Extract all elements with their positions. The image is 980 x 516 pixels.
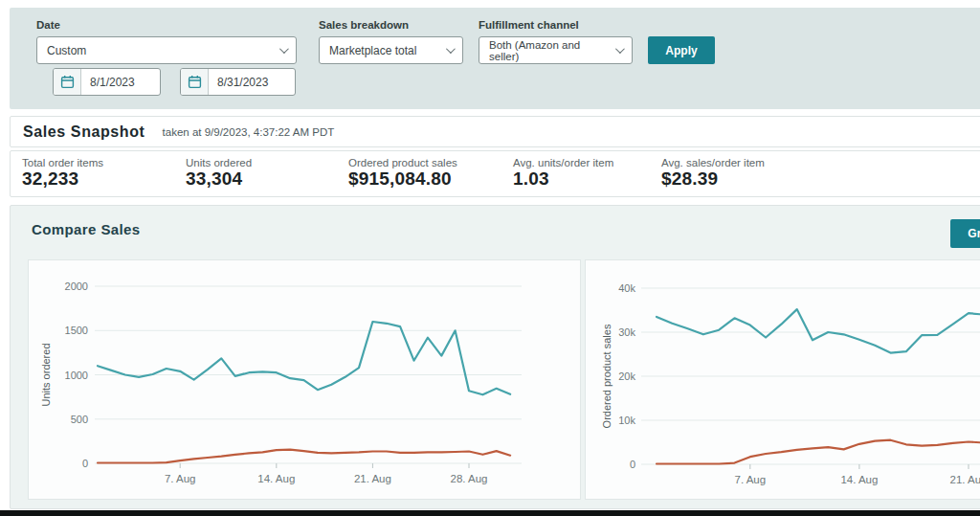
fulfillment-channel-label: Fulfillment channel [479, 19, 579, 31]
end-date-field[interactable] [180, 68, 296, 96]
chevron-down-icon [446, 44, 456, 54]
graph-button[interactable]: Graph [950, 219, 980, 248]
stat-label: Units ordered [186, 157, 252, 168]
stat-value: 1.03 [513, 168, 613, 190]
stat-label: Avg. units/order item [513, 157, 613, 168]
stat-label: Total order items [22, 157, 103, 168]
x-tick-label: 14. Aug [257, 473, 295, 484]
apply-button[interactable]: Apply [648, 36, 715, 64]
x-tick-label: 28. Aug [450, 473, 487, 484]
y-tick-label: 1500 [65, 325, 88, 336]
start-date-field[interactable] [53, 68, 161, 96]
date-range-select[interactable]: Custom [36, 36, 297, 64]
y-tick-label: 40k [618, 282, 635, 294]
units-ordered-teal-line [98, 322, 510, 394]
end-date-input[interactable] [209, 69, 295, 95]
stat-total-order-items: Total order items 32,233 [22, 157, 103, 190]
sales-snapshot-bar: Sales Snapshot taken at 9/9/2023, 4:37:2… [10, 116, 980, 147]
chevron-down-icon [615, 44, 625, 54]
stat-ordered-product-sales: Ordered product sales $915,084.80 [348, 157, 457, 190]
stat-value: 33,304 [186, 168, 252, 190]
chevron-down-icon [279, 44, 289, 54]
sales-breakdown-select[interactable]: Marketplace total [319, 36, 463, 64]
ordered-product-sales-orange-line [657, 440, 980, 464]
y-tick-label: 500 [71, 414, 88, 425]
fulfillment-channel-select[interactable]: Both (Amazon and seller) [479, 36, 633, 64]
y-tick-label: 10k [618, 415, 635, 426]
compare-sales-title: Compare Sales [32, 221, 141, 237]
x-tick-label: 14. Aug [840, 474, 878, 485]
compare-sales-panel: Compare Sales Graph 05001000150020007. A… [10, 205, 980, 509]
filter-panel: Date Custom [10, 8, 980, 109]
fulfillment-channel-value: Both (Amazon and seller) [489, 39, 608, 62]
sales-breakdown-value: Marketplace total [329, 44, 416, 57]
start-date-input[interactable] [81, 69, 160, 95]
y-tick-label: 20k [618, 370, 635, 382]
stat-avg-sales-per-order-item: Avg. sales/order item $28.39 [661, 157, 765, 190]
stat-value: 32,233 [22, 168, 103, 190]
x-tick-label: 21. Aug [354, 473, 391, 484]
x-tick-label: 7. Aug [165, 473, 196, 484]
date-label: Date [36, 19, 60, 31]
y-tick-label: 2000 [65, 280, 88, 292]
x-tick-label: 21. Aug [949, 474, 980, 485]
y-tick-label: 1000 [65, 370, 88, 381]
y-tick-label: 0 [630, 459, 635, 470]
stat-value: $915,084.80 [348, 168, 457, 190]
stat-label: Avg. sales/order item [661, 157, 765, 168]
ordered-product-sales-teal-line [657, 309, 980, 353]
calendar-icon[interactable] [54, 69, 81, 95]
snapshot-stats-panel: Total order items 32,233 Units ordered 3… [10, 150, 980, 197]
sales-snapshot-title: Sales Snapshot [23, 123, 145, 141]
bottom-edge-bar [0, 510, 980, 516]
ordered-product-sales-svg: 010k20k30k40k7. Aug14. Aug21. AugOrdered… [586, 260, 980, 501]
date-range-value: Custom [47, 44, 86, 57]
sales-breakdown-label: Sales breakdown [319, 19, 409, 31]
x-tick-label: 7. Aug [734, 474, 766, 485]
stat-units-ordered: Units ordered 33,304 [186, 157, 252, 190]
y-axis-title: Units ordered [40, 343, 52, 406]
ordered-product-sales-chart: 010k20k30k40k7. Aug14. Aug21. AugOrdered… [585, 259, 980, 500]
y-axis-title: Ordered product sales [601, 324, 612, 428]
stat-value: $28.39 [661, 168, 765, 190]
sales-dashboard-screen: Date Custom [0, 0, 980, 516]
y-tick-label: 0 [82, 458, 88, 469]
stat-avg-units-per-order-item: Avg. units/order item 1.03 [513, 157, 613, 190]
y-tick-label: 30k [618, 326, 635, 338]
snapshot-timestamp: taken at 9/9/2023, 4:37:22 AM PDT [163, 126, 335, 138]
units-ordered-orange-line [98, 450, 510, 463]
units-ordered-svg: 05001000150020007. Aug14. Aug21. Aug28. … [29, 260, 582, 501]
stat-label: Ordered product sales [348, 157, 457, 168]
calendar-icon[interactable] [181, 69, 209, 95]
units-ordered-chart: 05001000150020007. Aug14. Aug21. Aug28. … [28, 259, 581, 500]
